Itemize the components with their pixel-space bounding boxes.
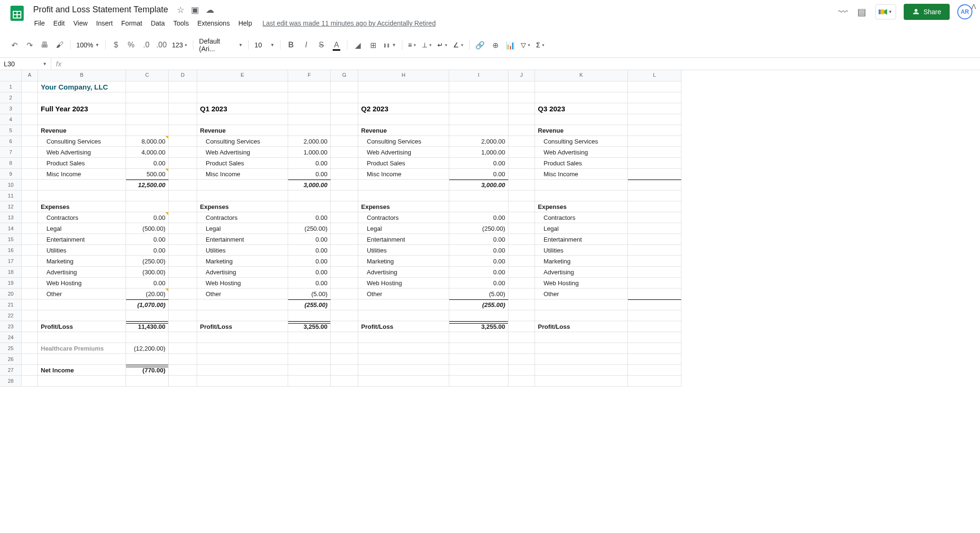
cell-A15[interactable]	[22, 234, 38, 245]
redo-button[interactable]: ↷	[23, 38, 36, 52]
cell-C15[interactable]: 0.00	[126, 234, 169, 245]
menu-file[interactable]: File	[30, 18, 49, 29]
cell-C13[interactable]: 0.00	[126, 212, 169, 223]
cell-F25[interactable]	[288, 343, 331, 354]
cell-F14[interactable]: (250.00)	[288, 223, 331, 234]
font-select[interactable]: Default (Ari...▼	[197, 36, 245, 54]
cell-C20[interactable]: (20.00)	[126, 289, 169, 299]
cell-F26[interactable]	[288, 354, 331, 365]
cell-B23[interactable]: Profit/Loss	[38, 321, 126, 332]
cell-J5[interactable]	[508, 125, 535, 136]
row-header-1[interactable]: 1	[0, 81, 22, 92]
row-header-13[interactable]: 13	[0, 212, 22, 223]
cell-G8[interactable]	[331, 158, 358, 169]
cell-A26[interactable]	[22, 354, 38, 365]
cell-C11[interactable]	[126, 190, 169, 201]
row-header-6[interactable]: 6	[0, 136, 22, 147]
cell-A24[interactable]	[22, 332, 38, 343]
cell-H6[interactable]: Consulting Services	[358, 136, 449, 147]
cell-I2[interactable]	[449, 92, 508, 103]
cell-J15[interactable]	[508, 234, 535, 245]
decrease-decimal-button[interactable]: .0	[140, 38, 153, 52]
increase-decimal-button[interactable]: .00	[155, 38, 168, 52]
cell-I10[interactable]: 3,000.00	[449, 180, 508, 190]
cell-B4[interactable]	[38, 114, 126, 125]
cell-B17[interactable]: Marketing	[38, 256, 126, 267]
row-header-2[interactable]: 2	[0, 92, 22, 103]
cell-F13[interactable]: 0.00	[288, 212, 331, 223]
cell-A7[interactable]	[22, 147, 38, 158]
cell-D8[interactable]	[169, 158, 197, 169]
cell-E3[interactable]: Q1 2023	[197, 103, 288, 114]
cell-B28[interactable]	[38, 376, 126, 387]
cell-E8[interactable]: Product Sales	[197, 158, 288, 169]
avatar[interactable]: AR	[957, 4, 972, 19]
cell-K8[interactable]: Product Sales	[535, 158, 628, 169]
row-header-21[interactable]: 21	[0, 299, 22, 310]
cell-L24[interactable]	[628, 332, 681, 343]
cell-C25[interactable]: (12,200.00)	[126, 343, 169, 354]
chart-button[interactable]: 📊	[504, 38, 517, 52]
cell-K3[interactable]: Q3 2023	[535, 103, 628, 114]
menu-extensions[interactable]: Extensions	[193, 18, 233, 29]
cell-F28[interactable]	[288, 376, 331, 387]
cell-I4[interactable]	[449, 114, 508, 125]
row-header-3[interactable]: 3	[0, 103, 22, 114]
cell-B6[interactable]: Consulting Services	[38, 136, 126, 147]
cell-B13[interactable]: Contractors	[38, 212, 126, 223]
cell-J1[interactable]	[508, 81, 535, 92]
cell-E15[interactable]: Entertainment	[197, 234, 288, 245]
cell-K16[interactable]: Utilities	[535, 245, 628, 256]
cell-A8[interactable]	[22, 158, 38, 169]
cell-G25[interactable]	[331, 343, 358, 354]
cell-H22[interactable]	[358, 310, 449, 321]
cell-E4[interactable]	[197, 114, 288, 125]
cell-J22[interactable]	[508, 310, 535, 321]
cell-E6[interactable]: Consulting Services	[197, 136, 288, 147]
cell-I8[interactable]: 0.00	[449, 158, 508, 169]
cell-B7[interactable]: Web Advertising	[38, 147, 126, 158]
cell-I19[interactable]: 0.00	[449, 278, 508, 289]
cell-H14[interactable]: Legal	[358, 223, 449, 234]
cell-B10[interactable]	[38, 180, 126, 190]
col-header-G[interactable]: G	[331, 70, 358, 81]
menu-insert[interactable]: Insert	[92, 18, 117, 29]
cell-C24[interactable]	[126, 332, 169, 343]
currency-button[interactable]: $	[109, 38, 123, 52]
cell-E27[interactable]	[197, 365, 288, 376]
cell-K11[interactable]	[535, 190, 628, 201]
comment-button[interactable]: ⊕	[489, 38, 502, 52]
cell-A25[interactable]	[22, 343, 38, 354]
cell-J21[interactable]	[508, 299, 535, 310]
cell-J10[interactable]	[508, 180, 535, 190]
cell-D12[interactable]	[169, 201, 197, 212]
cell-D14[interactable]	[169, 223, 197, 234]
cell-C5[interactable]	[126, 125, 169, 136]
cell-G4[interactable]	[331, 114, 358, 125]
cell-D5[interactable]	[169, 125, 197, 136]
cell-A21[interactable]	[22, 299, 38, 310]
cell-D13[interactable]	[169, 212, 197, 223]
cell-L17[interactable]	[628, 256, 681, 267]
cell-J16[interactable]	[508, 245, 535, 256]
cell-F10[interactable]: 3,000.00	[288, 180, 331, 190]
cell-K23[interactable]: Profit/Loss	[535, 321, 628, 332]
cell-F4[interactable]	[288, 114, 331, 125]
cell-I3[interactable]	[449, 103, 508, 114]
cell-L4[interactable]	[628, 114, 681, 125]
cell-B15[interactable]: Entertainment	[38, 234, 126, 245]
functions-button[interactable]: Σ▾	[534, 39, 546, 51]
cell-I5[interactable]	[449, 125, 508, 136]
cell-D10[interactable]	[169, 180, 197, 190]
cell-K4[interactable]	[535, 114, 628, 125]
activity-icon[interactable]: 〰	[837, 6, 849, 18]
cell-C19[interactable]: 0.00	[126, 278, 169, 289]
cell-L2[interactable]	[628, 92, 681, 103]
col-header-A[interactable]: A	[22, 70, 38, 81]
cell-B24[interactable]	[38, 332, 126, 343]
cell-E17[interactable]: Marketing	[197, 256, 288, 267]
cell-J7[interactable]	[508, 147, 535, 158]
cell-L28[interactable]	[628, 376, 681, 387]
cell-A11[interactable]	[22, 190, 38, 201]
cell-B19[interactable]: Web Hosting	[38, 278, 126, 289]
